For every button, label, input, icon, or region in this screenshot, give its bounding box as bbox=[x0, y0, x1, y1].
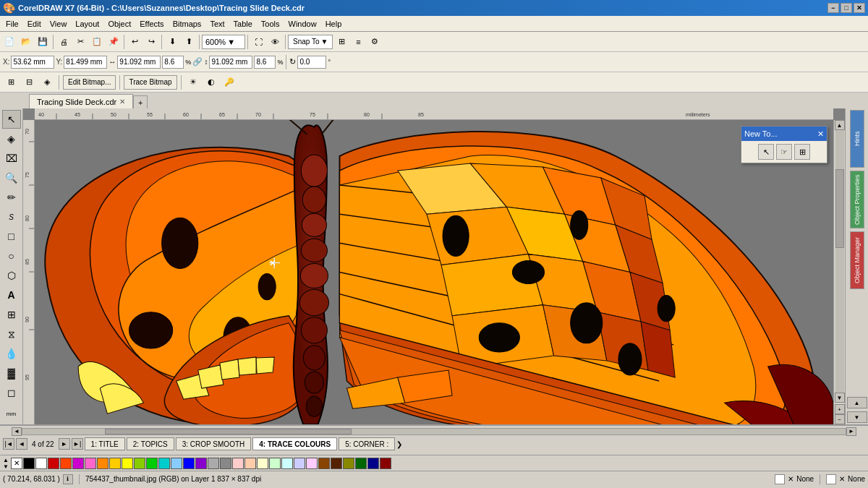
color-light-blue[interactable] bbox=[171, 458, 182, 469]
print-button[interactable]: 🖨 bbox=[56, 34, 72, 50]
color-olive[interactable] bbox=[343, 458, 354, 469]
menu-bitmaps[interactable]: Bitmaps bbox=[169, 18, 206, 30]
scroll-left-btn[interactable]: ◄ bbox=[12, 427, 22, 436]
angle-input[interactable] bbox=[297, 56, 326, 69]
color-purple[interactable] bbox=[195, 458, 207, 469]
color-gray-2[interactable] bbox=[220, 458, 231, 469]
color-light-cyan[interactable] bbox=[281, 458, 293, 469]
color-light-pink[interactable] bbox=[232, 458, 244, 469]
polygon-tool-button[interactable]: ⬡ bbox=[2, 266, 21, 285]
scroll-extra-2[interactable]: − bbox=[835, 414, 845, 424]
redo-button[interactable]: ↪ bbox=[143, 34, 159, 50]
bitmap-adjust-2[interactable]: ◐ bbox=[203, 74, 219, 90]
bitmap-key[interactable]: 🔑 bbox=[221, 74, 237, 90]
color-maroon[interactable] bbox=[380, 458, 391, 469]
color-black[interactable] bbox=[23, 458, 35, 469]
right-scroll-down[interactable]: ▼ bbox=[847, 411, 867, 423]
page-tab-1[interactable]: 1: TITLE bbox=[85, 437, 125, 450]
canvas-area[interactable]: ✕ New To... ✕ ↖ ☞ ⊞ bbox=[35, 120, 833, 424]
export-button[interactable]: ⬆ bbox=[181, 34, 197, 50]
menu-layout[interactable]: Layout bbox=[71, 18, 103, 30]
scroll-right-btn[interactable]: ► bbox=[846, 427, 856, 436]
options-button[interactable]: ⚙ bbox=[367, 34, 383, 50]
color-yellow-2[interactable] bbox=[122, 458, 133, 469]
color-navy[interactable] bbox=[367, 458, 379, 469]
fill-color-box[interactable] bbox=[775, 474, 785, 484]
right-scroll-up[interactable]: ▲ bbox=[847, 397, 867, 408]
height-input[interactable] bbox=[209, 56, 252, 69]
color-pink[interactable] bbox=[85, 458, 96, 469]
new-button[interactable]: 📄 bbox=[1, 34, 17, 50]
eyedropper-tool-button[interactable]: 💧 bbox=[2, 344, 21, 363]
color-magenta[interactable] bbox=[72, 458, 84, 469]
paste-button[interactable]: 📌 bbox=[106, 34, 122, 50]
new-to-cursor[interactable]: ↖ bbox=[758, 144, 774, 160]
height-pct-input[interactable] bbox=[254, 56, 276, 69]
scroll-up-button[interactable]: ▲ bbox=[835, 120, 845, 130]
menu-view[interactable]: View bbox=[46, 18, 72, 30]
select-tool-button[interactable]: ↖ bbox=[2, 110, 21, 129]
menu-file[interactable]: File bbox=[1, 18, 23, 30]
doc-tab[interactable]: Tracing Slide Deck.cdr ✕ bbox=[29, 94, 133, 108]
color-lavender[interactable] bbox=[306, 458, 318, 469]
doc-tab-close[interactable]: ✕ bbox=[119, 98, 125, 106]
new-to-pick[interactable]: ☞ bbox=[776, 144, 792, 160]
zoom-dropdown[interactable]: 600% ▼ bbox=[202, 35, 245, 49]
menu-help[interactable]: Help bbox=[321, 18, 346, 30]
page-tab-4[interactable]: 4: TRACE COLOURS bbox=[252, 437, 337, 450]
open-button[interactable]: 📂 bbox=[18, 34, 34, 50]
color-brown[interactable] bbox=[318, 458, 330, 469]
color-teal[interactable] bbox=[158, 458, 170, 469]
scroll-down-button[interactable]: ▼ bbox=[835, 393, 845, 403]
hints-panel-tab[interactable]: Hints bbox=[850, 110, 864, 168]
color-dark-brown[interactable] bbox=[331, 458, 342, 469]
rectangle-tool-button[interactable]: □ bbox=[2, 227, 21, 246]
color-yellow-1[interactable] bbox=[109, 458, 121, 469]
page-tab-2[interactable]: 2: TOPICS bbox=[127, 437, 174, 450]
page-tab-5[interactable]: 5: CORNER : bbox=[339, 437, 395, 450]
color-dark-green[interactable] bbox=[355, 458, 367, 469]
minimize-button[interactable]: − bbox=[827, 3, 839, 13]
stroke-color-box[interactable] bbox=[826, 474, 836, 484]
color-red-1[interactable] bbox=[48, 458, 59, 469]
new-tab-button[interactable]: + bbox=[133, 95, 148, 108]
undo-button[interactable]: ↩ bbox=[127, 34, 142, 50]
snap-to-dropdown[interactable]: Snap To ▼ bbox=[288, 35, 333, 49]
crop-tool-button[interactable]: ⌧ bbox=[2, 149, 21, 168]
color-light-green[interactable] bbox=[269, 458, 281, 469]
color-gray-1[interactable] bbox=[208, 458, 219, 469]
trace-bitmap-button[interactable]: Trace Bitmap bbox=[124, 75, 176, 90]
object-manager-tab[interactable]: Object Manager bbox=[850, 231, 864, 289]
shape-tool-button[interactable]: ◈ bbox=[2, 129, 21, 148]
freehand-tool-button[interactable]: ✏ bbox=[2, 188, 21, 207]
menu-effects[interactable]: Effects bbox=[135, 18, 168, 30]
page-first-button[interactable]: |◄ bbox=[3, 438, 14, 450]
snap-toggle[interactable]: ⊞ bbox=[333, 34, 349, 50]
outline-tool-button[interactable]: ◻ bbox=[2, 383, 21, 402]
fill-tool-button[interactable]: ▓ bbox=[2, 364, 21, 382]
cut-button[interactable]: ✂ bbox=[72, 34, 88, 50]
bitmap-adjust-1[interactable]: ☀ bbox=[185, 74, 201, 90]
table-tool-button[interactable]: ⊞ bbox=[2, 305, 21, 324]
page-next-button[interactable]: ► bbox=[59, 438, 70, 450]
menu-object[interactable]: Object bbox=[103, 18, 135, 30]
fullscreen-button[interactable]: ⛶ bbox=[250, 34, 266, 50]
page-tab-3[interactable]: 3: CROP SMOOTH bbox=[176, 437, 252, 450]
copy-button[interactable]: 📋 bbox=[89, 34, 105, 50]
page-last-button[interactable]: ►| bbox=[72, 438, 83, 450]
text-tool-button[interactable]: A bbox=[2, 286, 21, 304]
menu-text[interactable]: Text bbox=[205, 18, 229, 30]
x-input[interactable] bbox=[11, 56, 54, 69]
save-button[interactable]: 💾 bbox=[35, 34, 51, 50]
import-button[interactable]: ⬇ bbox=[164, 34, 180, 50]
color-orange-2[interactable] bbox=[97, 458, 109, 469]
color-green-1[interactable] bbox=[134, 458, 145, 469]
palette-down[interactable]: ▼ bbox=[3, 463, 9, 470]
color-light-blue2[interactable] bbox=[294, 458, 305, 469]
smart-draw-button[interactable]: S bbox=[2, 207, 21, 226]
bitmap-btn-2[interactable]: ⊟ bbox=[21, 74, 37, 90]
y-input[interactable] bbox=[64, 56, 107, 69]
width-pct-input[interactable] bbox=[162, 56, 184, 69]
edit-bitmap-button[interactable]: Edit Bitmap... bbox=[63, 75, 116, 90]
page-prev-button[interactable]: ◄ bbox=[16, 438, 27, 450]
